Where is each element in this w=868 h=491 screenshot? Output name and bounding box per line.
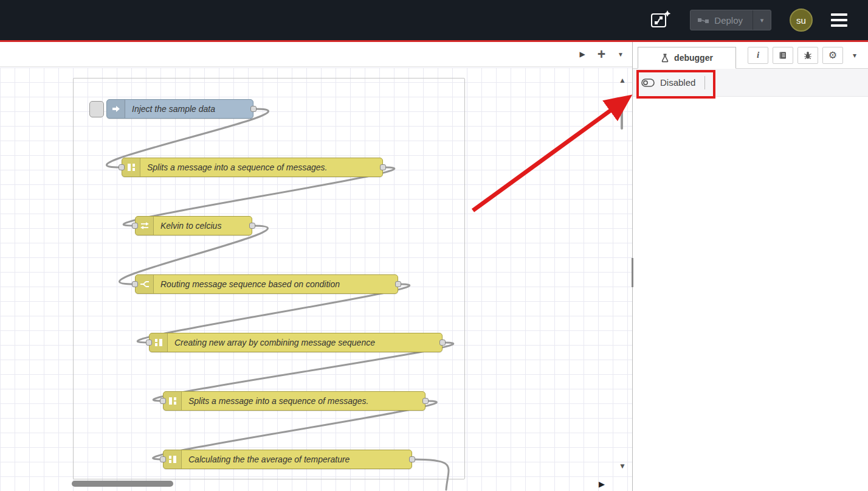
node-split[interactable]: Splits a message into a sequence of mess… (122, 158, 383, 177)
main-area: ▶ + ▼ (0, 42, 868, 491)
node-label: Kelvin to celcius (154, 217, 228, 235)
disabled-toggle-button[interactable]: Disabled (660, 77, 695, 88)
flow-canvas[interactable]: Inject the sample data Splits a message … (0, 68, 632, 491)
wire (413, 459, 449, 490)
vertical-scrollbar-thumb[interactable] (621, 98, 623, 130)
scroll-up-icon[interactable]: ▲ (619, 76, 626, 85)
inject-icon (107, 100, 125, 118)
split-icon (164, 392, 182, 410)
main-menu-icon[interactable] (831, 13, 847, 27)
node-label: Inject the sample data (125, 100, 222, 118)
tab-debugger[interactable]: debugger (638, 47, 736, 69)
add-flow-button[interactable]: + (598, 47, 605, 61)
horizontal-scrollbar-thumb[interactable] (72, 481, 173, 487)
toggle-icon (641, 78, 655, 87)
flow-assistant-icon[interactable] (650, 9, 672, 31)
output-port[interactable] (439, 340, 446, 346)
input-port[interactable] (146, 340, 152, 346)
sidebar-tab-bar: debugger i (633, 42, 868, 69)
function-icon (136, 217, 154, 235)
output-port[interactable] (422, 398, 429, 404)
flask-icon (661, 54, 669, 63)
switch-icon (136, 275, 154, 293)
scroll-down-icon[interactable]: ▼ (619, 462, 626, 470)
debug-bug-button[interactable] (797, 47, 818, 64)
input-port[interactable] (160, 456, 166, 462)
input-port[interactable] (119, 164, 125, 170)
output-port[interactable] (249, 223, 255, 229)
settings-gear-button[interactable]: ⚙ (822, 47, 843, 64)
node-label: Calculating the the average of temperatu… (182, 450, 356, 468)
input-port[interactable] (132, 281, 138, 287)
button-divider (704, 76, 705, 89)
scroll-right-icon[interactable]: ▶ (599, 479, 605, 489)
deploy-icon (698, 17, 709, 24)
deploy-options-caret[interactable]: ▾ (753, 10, 771, 30)
user-avatar[interactable]: su (790, 9, 813, 32)
right-sidebar: debugger i (632, 42, 868, 491)
tab-label: debugger (674, 53, 713, 63)
sidebar-collapse-icon[interactable]: ▾ (847, 51, 862, 60)
join-icon (150, 333, 168, 352)
scroll-tabs-right-icon[interactable]: ▶ (579, 50, 585, 58)
node-label: Splits a message into a sequence of mess… (182, 392, 376, 410)
node-inject[interactable]: Inject the sample data (106, 99, 253, 119)
input-port[interactable] (132, 223, 138, 229)
deploy-label: Deploy (714, 15, 743, 26)
output-port[interactable] (250, 106, 257, 112)
input-port[interactable] (160, 398, 166, 404)
node-red-app: Deploy ▾ su ▶ + ▼ (0, 0, 868, 491)
header-bar: Deploy ▾ su (0, 0, 868, 40)
node-switch[interactable]: Routing message sequence based on condit… (135, 274, 398, 294)
node-label: Creating new array by combining message … (168, 333, 382, 352)
flow-list-dropdown-icon[interactable]: ▼ (618, 51, 624, 58)
split-icon (122, 158, 140, 176)
info-button[interactable]: i (748, 47, 768, 64)
output-port[interactable] (409, 456, 415, 462)
node-join[interactable]: Creating new array by combining message … (149, 333, 443, 352)
debugger-disabled-row: Disabled (633, 69, 868, 97)
node-label: Routing message sequence based on condit… (154, 275, 346, 293)
deploy-button[interactable]: Deploy ▾ (690, 10, 771, 30)
node-average[interactable]: Calculating the the average of temperatu… (163, 450, 412, 469)
node-label: Splits a message into a sequence of mess… (140, 158, 334, 176)
sidebar-toolbar: i ⚙ (748, 47, 868, 64)
output-port[interactable] (380, 164, 386, 170)
flow-canvas-region: ▶ + ▼ (0, 42, 632, 491)
workspace-tab-toolbar: ▶ + ▼ (0, 42, 632, 67)
node-function[interactable]: Kelvin to celcius (135, 216, 252, 235)
output-port[interactable] (395, 281, 401, 287)
sidebar-resize-handle[interactable] (632, 258, 633, 287)
help-book-button[interactable] (773, 47, 793, 64)
join-icon (164, 450, 182, 468)
inject-trigger-button[interactable] (89, 101, 104, 117)
node-split[interactable]: Splits a message into a sequence of mess… (163, 391, 425, 411)
